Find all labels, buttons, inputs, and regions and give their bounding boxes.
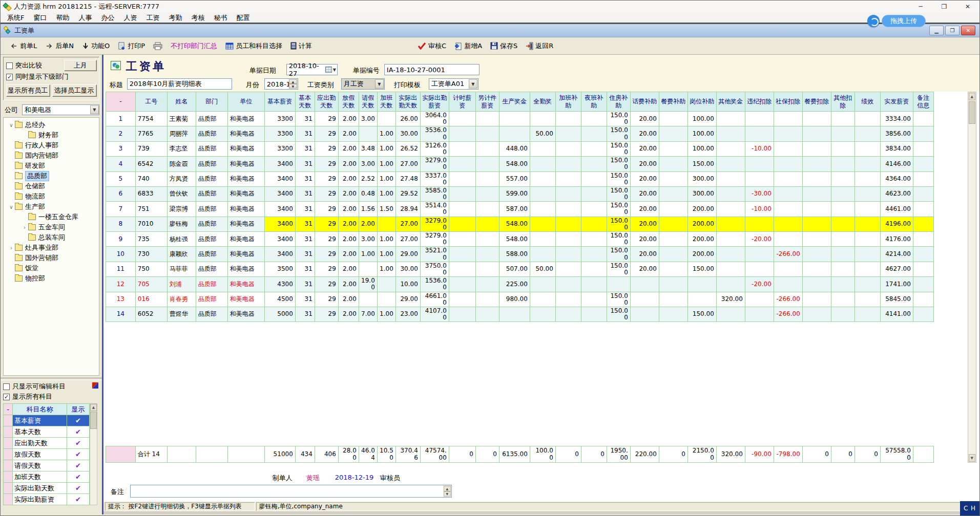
table-row-1[interactable]: 17754王素菊品质部和美电器330031292.003.0026.003064… — [106, 112, 933, 126]
cell[interactable]: 3400 — [264, 247, 295, 262]
employee-subject-select-button[interactable]: 员工和科目选择 — [221, 39, 286, 53]
select-employees-button[interactable]: 选择员工显示 — [52, 84, 96, 97]
cell[interactable]: 和美电器 — [227, 247, 264, 262]
cell[interactable]: 27.00 — [395, 232, 420, 247]
cell[interactable]: 品质部 — [196, 307, 227, 321]
cell[interactable] — [581, 202, 607, 217]
cell[interactable]: 3400 — [264, 157, 295, 171]
table-row-7[interactable]: 7751梁宗博品质部和美电器340031292.001.561.5028.943… — [106, 202, 933, 217]
cell[interactable]: 31 — [295, 157, 315, 171]
cell[interactable] — [831, 126, 854, 141]
cell[interactable]: 肖春勇 — [167, 292, 196, 307]
cell[interactable] — [499, 112, 530, 126]
cell[interactable]: 20.00 — [630, 141, 659, 156]
cell[interactable]: 和美电器 — [227, 307, 264, 321]
cell[interactable] — [475, 186, 499, 201]
cell[interactable]: 杨桂强 — [167, 232, 196, 247]
cell[interactable]: 3 — [106, 141, 135, 156]
tree-collapsed-icon[interactable]: › — [21, 225, 28, 230]
cell[interactable] — [913, 292, 933, 307]
menu-hr[interactable]: 人事 — [74, 12, 96, 24]
cell[interactable] — [555, 232, 581, 247]
cell[interactable]: 3400 — [264, 171, 295, 186]
tree-item-仓储部[interactable]: 仓储部 — [4, 181, 99, 191]
cell[interactable] — [774, 202, 802, 217]
cell[interactable]: -266.00 — [774, 247, 802, 262]
cell[interactable]: 730 — [135, 247, 167, 262]
cell[interactable]: 2.00 — [338, 277, 359, 292]
cell[interactable]: 225.00 — [499, 277, 530, 292]
cell[interactable] — [802, 232, 831, 247]
cell[interactable] — [555, 157, 581, 171]
subject-row-应出勤天数[interactable]: 应出勤天数✔ — [4, 438, 90, 449]
grid-vertical-scrollbar[interactable]: ▲ ▼ — [968, 92, 976, 463]
tree-item-财务部[interactable]: 财务部 — [4, 130, 99, 140]
cell[interactable]: 9 — [106, 232, 135, 247]
table-row-11[interactable]: 11750马菲菲品质部和美电器350031292.001.0030.003750… — [106, 262, 933, 276]
subject-name-cell[interactable]: 实际出勤天数 — [13, 483, 67, 494]
cell[interactable] — [854, 217, 880, 231]
cell[interactable] — [802, 202, 831, 217]
cell[interactable] — [530, 307, 555, 321]
mdi-minimize-button[interactable]: ▁ — [929, 26, 944, 35]
save-button[interactable]: 保存S — [486, 39, 522, 53]
cell[interactable]: 29 — [315, 141, 338, 156]
cell[interactable]: 548.00 — [499, 157, 530, 171]
cell[interactable] — [555, 247, 581, 262]
cell[interactable] — [774, 126, 802, 141]
cell[interactable] — [913, 202, 933, 217]
cell[interactable] — [745, 112, 774, 126]
cell[interactable]: -266.00 — [774, 292, 802, 307]
cell[interactable]: 3500 — [264, 262, 295, 276]
cell[interactable]: 1.00 — [377, 186, 395, 201]
cell[interactable]: 品质部 — [196, 186, 227, 201]
cell[interactable] — [745, 126, 774, 141]
cell[interactable] — [659, 247, 687, 262]
cell[interactable]: 100.00 — [687, 112, 716, 126]
cell[interactable]: 3279.00 — [420, 232, 449, 247]
cell[interactable]: 和美电器 — [227, 112, 264, 126]
cell[interactable]: 100.00 — [687, 126, 716, 141]
cell[interactable]: 29 — [315, 126, 338, 141]
cell[interactable] — [475, 141, 499, 156]
cell[interactable] — [659, 157, 687, 171]
cell[interactable] — [449, 307, 475, 321]
tree-collapsed-icon[interactable]: › — [8, 245, 15, 251]
cell[interactable] — [802, 292, 831, 307]
menu-window[interactable]: 窗口 — [29, 12, 51, 24]
cell[interactable]: 26.52 — [395, 141, 420, 156]
cell[interactable]: 3400 — [264, 217, 295, 231]
cell[interactable] — [913, 126, 933, 141]
cell[interactable]: 方凤贤 — [167, 171, 196, 186]
cell[interactable]: 刘浦 — [167, 277, 196, 292]
cell[interactable] — [831, 307, 854, 321]
cell[interactable] — [659, 232, 687, 247]
doc-no-input[interactable]: IA-18-10-27-0001 — [384, 64, 479, 75]
cell[interactable] — [854, 186, 880, 201]
subject-show-check-icon[interactable]: ✔ — [67, 471, 90, 483]
subject-name-cell[interactable]: 加班天数 — [13, 471, 67, 483]
cell[interactable]: 20.00 — [630, 112, 659, 126]
mdi-restore-button[interactable]: ❐ — [945, 26, 960, 35]
cell[interactable] — [449, 112, 475, 126]
cell[interactable] — [716, 186, 745, 201]
subject-row-放假天数[interactable]: 放假天数✔ — [4, 449, 90, 460]
subject-show-check-icon[interactable]: ✔ — [67, 449, 90, 460]
cell[interactable] — [555, 171, 581, 186]
tree-item-一楼五金仓库[interactable]: 一楼五金仓库 — [4, 212, 99, 222]
cell[interactable] — [716, 141, 745, 156]
prev-month-button[interactable]: 上月 — [64, 60, 97, 71]
cell[interactable] — [913, 307, 933, 321]
cell[interactable] — [475, 126, 499, 141]
cell[interactable]: 29 — [315, 217, 338, 231]
cell[interactable]: 31 — [295, 247, 315, 262]
cell[interactable]: 20.00 — [630, 126, 659, 141]
return-button[interactable]: 返回R — [522, 39, 557, 53]
mdi-close-button[interactable]: ✕ — [961, 26, 975, 35]
cell[interactable] — [530, 232, 555, 247]
cell[interactable] — [913, 262, 933, 276]
print-template-select[interactable]: 工资单A01 ▼ — [429, 78, 478, 90]
cell[interactable] — [745, 247, 774, 262]
cell[interactable]: 10.00 — [395, 277, 420, 292]
cell[interactable]: 20.00 — [630, 262, 659, 276]
